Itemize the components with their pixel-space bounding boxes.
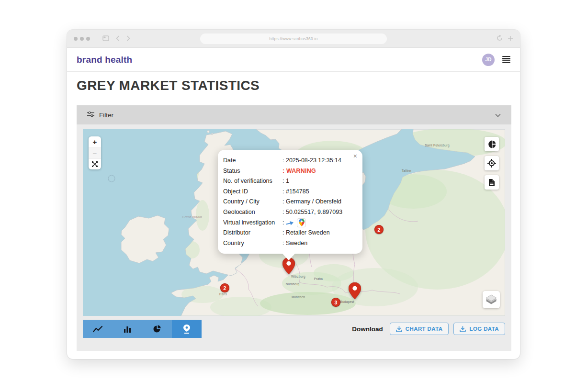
tab-line-chart[interactable] (83, 320, 113, 338)
filter-bar[interactable]: Filter (77, 105, 511, 124)
close-icon[interactable]: × (353, 152, 357, 160)
line-chart-icon (93, 325, 102, 333)
map-cluster-badge[interactable]: 2 (220, 283, 229, 292)
tab-map[interactable] (172, 320, 202, 338)
report-button[interactable] (485, 175, 499, 190)
tab-overview-icon[interactable] (102, 34, 109, 43)
refresh-icon[interactable] (497, 34, 503, 43)
zoom-out-button[interactable]: − (89, 147, 101, 158)
fit-bounds-button[interactable] (89, 158, 101, 169)
layers-button[interactable] (483, 291, 500, 308)
new-tab-icon[interactable] (508, 34, 513, 43)
donut-chart-icon (488, 140, 496, 148)
url-text: https://www.scribos360.io (270, 36, 318, 41)
tab-bar-chart[interactable] (113, 320, 142, 338)
avatar[interactable]: JD (482, 54, 495, 66)
traffic-dot (74, 37, 78, 41)
download-icon (460, 326, 466, 332)
app-header: brand health JD (67, 48, 520, 72)
pie-chart-icon (153, 325, 161, 333)
download-label: Download (352, 325, 383, 333)
traffic-light-dots (74, 37, 90, 41)
avatar-initials: JD (485, 57, 492, 62)
content-panel: Filter (77, 105, 511, 351)
map-place-label: Praha (314, 277, 323, 280)
map-pin[interactable] (349, 282, 361, 301)
chart-type-tabs (83, 320, 202, 338)
hamburger-menu-icon[interactable] (502, 56, 510, 64)
map-place-label: Paris (219, 292, 227, 296)
zoom-in-button[interactable]: + (89, 136, 101, 147)
map-place-label: Great Britain (182, 215, 202, 219)
status-badge: : WARNING (282, 166, 356, 177)
map-place-label: Nürnberg (286, 282, 300, 286)
forward-icon[interactable] (126, 34, 130, 43)
tab-pie-chart[interactable] (142, 320, 172, 338)
map-cluster-badge[interactable]: 3 (331, 298, 340, 307)
page-title: GREY MARKET STATISTICS (77, 78, 510, 94)
google-maps-icon[interactable] (297, 218, 306, 227)
map-place-label: München (292, 295, 305, 299)
traffic-dot (80, 37, 84, 41)
bottom-toolbar: Download CHART DATA LOG DATA (83, 320, 505, 338)
chevron-down-icon[interactable] (495, 111, 501, 119)
traffic-dot (86, 37, 90, 41)
title-block: GREY MARKET STATISTICS (67, 72, 520, 94)
log-data-button[interactable]: LOG DATA (453, 323, 505, 335)
marker-detail-popup: × Date: 2025-08-23 12:35:14 Status: WARN… (218, 150, 362, 254)
document-icon (488, 179, 495, 187)
bar-chart-icon (124, 325, 131, 333)
layers-icon (485, 294, 497, 305)
investigate-arrow-icon[interactable] (285, 219, 295, 227)
fit-bounds-icon (91, 161, 98, 168)
map-place-label: Tallinn (402, 169, 411, 172)
map-cluster-badge[interactable]: 2 (374, 225, 384, 234)
map-pin-icon (183, 325, 190, 334)
back-icon[interactable] (116, 34, 120, 43)
target-icon (487, 159, 496, 168)
filter-icon (87, 111, 94, 119)
locate-button[interactable] (485, 156, 499, 170)
browser-window: https://www.scribos360.io brand health J… (67, 30, 520, 359)
virtual-investigation-value: : (282, 218, 356, 228)
map-container[interactable]: Great Britain Paris Würzburg Nürnberg Mü… (83, 129, 505, 316)
url-bar[interactable]: https://www.scribos360.io (200, 34, 387, 44)
download-group: Download CHART DATA LOG DATA (352, 323, 505, 335)
filter-label: Filter (99, 112, 113, 119)
stats-overlay-button[interactable] (485, 137, 499, 151)
chart-data-button[interactable]: CHART DATA (390, 323, 449, 335)
popup-date-value: : 2025-08-23 12:35:14 (282, 156, 356, 166)
download-icon (396, 326, 402, 332)
map-place-label: Saint Petersburg (425, 144, 450, 147)
browser-chrome: https://www.scribos360.io (67, 30, 520, 48)
brand-logo[interactable]: brand health (77, 55, 132, 65)
map-zoom-control: + − (89, 136, 101, 169)
